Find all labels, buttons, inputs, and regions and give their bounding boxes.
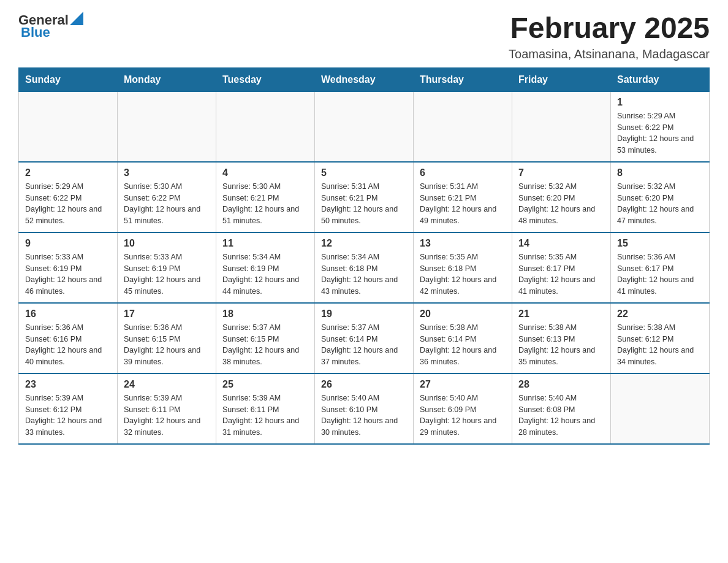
calendar-cell [118, 91, 216, 162]
calendar-cell: 5Sunrise: 5:31 AMSunset: 6:21 PMDaylight… [315, 162, 414, 232]
calendar-cell: 23Sunrise: 5:39 AMSunset: 6:12 PMDayligh… [19, 373, 118, 444]
day-info: Sunrise: 5:39 AMSunset: 6:12 PMDaylight:… [25, 393, 111, 439]
calendar-cell: 18Sunrise: 5:37 AMSunset: 6:15 PMDayligh… [216, 303, 315, 373]
calendar-cell: 8Sunrise: 5:32 AMSunset: 6:20 PMDaylight… [611, 162, 710, 232]
day-header-friday: Friday [512, 67, 611, 91]
day-header-thursday: Thursday [414, 67, 512, 91]
calendar-cell: 24Sunrise: 5:39 AMSunset: 6:11 PMDayligh… [118, 373, 216, 444]
calendar-cell: 11Sunrise: 5:34 AMSunset: 6:19 PMDayligh… [216, 232, 315, 303]
day-info: Sunrise: 5:37 AMSunset: 6:14 PMDaylight:… [321, 322, 407, 368]
day-header-tuesday: Tuesday [216, 67, 315, 91]
calendar-cell: 21Sunrise: 5:38 AMSunset: 6:13 PMDayligh… [512, 303, 611, 373]
logo: General Blue [18, 12, 83, 40]
calendar-cell: 25Sunrise: 5:39 AMSunset: 6:11 PMDayligh… [216, 373, 315, 444]
day-info: Sunrise: 5:29 AMSunset: 6:22 PMDaylight:… [617, 110, 703, 156]
day-number: 28 [518, 379, 604, 390]
calendar-cell: 13Sunrise: 5:35 AMSunset: 6:18 PMDayligh… [414, 232, 512, 303]
day-number: 18 [222, 308, 308, 320]
day-number: 19 [321, 308, 407, 320]
calendar-cell: 3Sunrise: 5:30 AMSunset: 6:22 PMDaylight… [118, 162, 216, 232]
day-info: Sunrise: 5:32 AMSunset: 6:20 PMDaylight:… [518, 181, 604, 227]
day-info: Sunrise: 5:38 AMSunset: 6:14 PMDaylight:… [420, 322, 506, 368]
calendar-cell: 15Sunrise: 5:36 AMSunset: 6:17 PMDayligh… [611, 232, 710, 303]
day-info: Sunrise: 5:39 AMSunset: 6:11 PMDaylight:… [222, 393, 308, 439]
calendar-cell: 28Sunrise: 5:40 AMSunset: 6:08 PMDayligh… [512, 373, 611, 444]
day-number: 17 [124, 308, 210, 320]
calendar-cell: 19Sunrise: 5:37 AMSunset: 6:14 PMDayligh… [315, 303, 414, 373]
calendar-cell [216, 91, 315, 162]
day-header-monday: Monday [118, 67, 216, 91]
day-number: 3 [124, 167, 210, 178]
calendar-cell: 12Sunrise: 5:34 AMSunset: 6:18 PMDayligh… [315, 232, 414, 303]
day-number: 8 [617, 167, 703, 178]
day-info: Sunrise: 5:39 AMSunset: 6:11 PMDaylight:… [124, 393, 210, 439]
day-number: 27 [420, 379, 506, 390]
day-number: 14 [518, 238, 604, 249]
day-number: 5 [321, 167, 407, 178]
calendar-cell [512, 91, 611, 162]
day-number: 2 [25, 167, 111, 178]
day-number: 16 [25, 308, 111, 320]
day-header-saturday: Saturday [611, 67, 710, 91]
day-info: Sunrise: 5:37 AMSunset: 6:15 PMDaylight:… [222, 322, 308, 368]
day-number: 25 [222, 379, 308, 390]
logo-blue-text: Blue [21, 25, 50, 40]
day-info: Sunrise: 5:34 AMSunset: 6:19 PMDaylight:… [222, 251, 308, 297]
calendar-cell: 4Sunrise: 5:30 AMSunset: 6:21 PMDaylight… [216, 162, 315, 232]
day-info: Sunrise: 5:33 AMSunset: 6:19 PMDaylight:… [124, 251, 210, 297]
day-number: 10 [124, 238, 210, 249]
day-header-sunday: Sunday [19, 67, 118, 91]
day-number: 6 [420, 167, 506, 178]
page-subtitle: Toamasina, Atsinanana, Madagascar [509, 47, 710, 61]
day-number: 21 [518, 308, 604, 320]
calendar-cell: 22Sunrise: 5:38 AMSunset: 6:12 PMDayligh… [611, 303, 710, 373]
day-info: Sunrise: 5:30 AMSunset: 6:21 PMDaylight:… [222, 181, 308, 227]
calendar-cell [315, 91, 414, 162]
day-number: 26 [321, 379, 407, 390]
calendar-cell [414, 91, 512, 162]
calendar-header: SundayMondayTuesdayWednesdayThursdayFrid… [19, 67, 710, 91]
day-info: Sunrise: 5:30 AMSunset: 6:22 PMDaylight:… [124, 181, 210, 227]
calendar-cell: 1Sunrise: 5:29 AMSunset: 6:22 PMDaylight… [611, 91, 710, 162]
day-info: Sunrise: 5:38 AMSunset: 6:13 PMDaylight:… [518, 322, 604, 368]
calendar-cell: 14Sunrise: 5:35 AMSunset: 6:17 PMDayligh… [512, 232, 611, 303]
day-info: Sunrise: 5:33 AMSunset: 6:19 PMDaylight:… [25, 251, 111, 297]
day-info: Sunrise: 5:36 AMSunset: 6:16 PMDaylight:… [25, 322, 111, 368]
day-info: Sunrise: 5:40 AMSunset: 6:08 PMDaylight:… [518, 393, 604, 439]
day-number: 4 [222, 167, 308, 178]
day-number: 22 [617, 308, 703, 320]
day-number: 20 [420, 308, 506, 320]
calendar-cell: 10Sunrise: 5:33 AMSunset: 6:19 PMDayligh… [118, 232, 216, 303]
title-block: February 2025 Toamasina, Atsinanana, Mad… [509, 12, 710, 61]
day-info: Sunrise: 5:34 AMSunset: 6:18 PMDaylight:… [321, 251, 407, 297]
day-number: 24 [124, 379, 210, 390]
calendar-body: 1Sunrise: 5:29 AMSunset: 6:22 PMDaylight… [19, 91, 710, 444]
day-info: Sunrise: 5:31 AMSunset: 6:21 PMDaylight:… [321, 181, 407, 227]
svg-marker-0 [70, 12, 83, 25]
day-info: Sunrise: 5:38 AMSunset: 6:12 PMDaylight:… [617, 322, 703, 368]
day-number: 1 [617, 97, 703, 108]
calendar-cell: 27Sunrise: 5:40 AMSunset: 6:09 PMDayligh… [414, 373, 512, 444]
calendar-cell: 9Sunrise: 5:33 AMSunset: 6:19 PMDaylight… [19, 232, 118, 303]
calendar-cell: 17Sunrise: 5:36 AMSunset: 6:15 PMDayligh… [118, 303, 216, 373]
calendar-week-4: 16Sunrise: 5:36 AMSunset: 6:16 PMDayligh… [19, 303, 710, 373]
day-number: 13 [420, 238, 506, 249]
calendar-week-3: 9Sunrise: 5:33 AMSunset: 6:19 PMDaylight… [19, 232, 710, 303]
day-number: 12 [321, 238, 407, 249]
calendar-table: SundayMondayTuesdayWednesdayThursdayFrid… [18, 67, 710, 445]
day-info: Sunrise: 5:40 AMSunset: 6:10 PMDaylight:… [321, 393, 407, 439]
day-info: Sunrise: 5:40 AMSunset: 6:09 PMDaylight:… [420, 393, 506, 439]
day-header-row: SundayMondayTuesdayWednesdayThursdayFrid… [19, 67, 710, 91]
calendar-cell: 20Sunrise: 5:38 AMSunset: 6:14 PMDayligh… [414, 303, 512, 373]
day-number: 11 [222, 238, 308, 249]
calendar-cell: 7Sunrise: 5:32 AMSunset: 6:20 PMDaylight… [512, 162, 611, 232]
calendar-cell [19, 91, 118, 162]
day-number: 15 [617, 238, 703, 249]
day-number: 7 [518, 167, 604, 178]
day-header-wednesday: Wednesday [315, 67, 414, 91]
calendar-cell: 16Sunrise: 5:36 AMSunset: 6:16 PMDayligh… [19, 303, 118, 373]
page-title: February 2025 [509, 12, 710, 45]
calendar-cell: 2Sunrise: 5:29 AMSunset: 6:22 PMDaylight… [19, 162, 118, 232]
day-info: Sunrise: 5:31 AMSunset: 6:21 PMDaylight:… [420, 181, 506, 227]
day-number: 9 [25, 238, 111, 249]
